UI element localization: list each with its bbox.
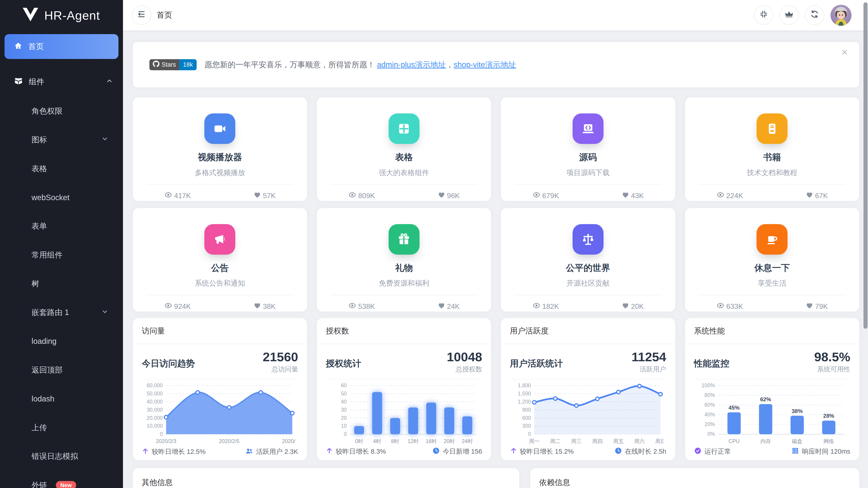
sidebar-subitem-11[interactable]: lodash — [4, 385, 119, 413]
sidebar-subitem-7[interactable]: 树 — [4, 269, 119, 298]
heart-icon — [253, 191, 261, 200]
views-count: 417K — [174, 192, 191, 200]
close-icon[interactable]: ✕ — [841, 48, 848, 57]
likes-stat: 20K — [622, 301, 644, 312]
status-stat: 运行正常 — [694, 447, 731, 456]
sidebar-subitem-8[interactable]: 嵌套路由 1 — [4, 298, 119, 327]
feature-card-6[interactable]: 礼物 免费资源和福利 538K 24K — [317, 208, 491, 312]
svg-text:周五: 周五 — [613, 438, 624, 444]
heart-icon — [438, 302, 445, 311]
sidebar-subitem-label: 表格 — [32, 164, 47, 174]
megaphone-icon — [204, 224, 235, 255]
svg-text:1,500: 1,500 — [518, 391, 531, 396]
views-count: 924K — [174, 302, 191, 311]
divider — [699, 295, 845, 295]
feature-card-8[interactable]: 休息一下 享受生活 633K 79K — [685, 208, 859, 312]
sidebar-subitem-10[interactable]: 返回顶部 — [4, 356, 119, 384]
svg-text:2020/2/7: 2020/2/7 — [282, 438, 296, 444]
svg-text:4时: 4时 — [373, 438, 381, 444]
svg-text:内存: 内存 — [761, 438, 771, 444]
sidebar-subitem-14[interactable]: 外链 New — [4, 471, 119, 488]
card-header: 用户活跃度 — [501, 318, 675, 344]
divider — [515, 184, 661, 185]
book-icon — [756, 113, 787, 144]
card-header: 访问量 — [133, 318, 307, 344]
sidebar-subitem-9[interactable]: loading — [4, 327, 119, 356]
feature-title: 公平的世界 — [566, 262, 610, 274]
sidebar-subitem-3[interactable]: 表格 — [4, 154, 119, 183]
svg-text:50,000: 50,000 — [147, 391, 163, 396]
svg-text:45%: 45% — [728, 404, 740, 411]
new-badge: New — [56, 481, 76, 488]
code-icon — [572, 113, 603, 144]
eye-icon — [164, 301, 173, 312]
sidebar-subitem-13[interactable]: 错误日志模拟 — [4, 442, 119, 471]
likes-stat: 79K — [806, 301, 828, 312]
visits-value-label: 总访问量 — [263, 365, 298, 374]
views-count: 224K — [726, 192, 743, 200]
heart-icon — [622, 302, 629, 311]
svg-text:80%: 80% — [704, 392, 715, 398]
sidebar-item-home[interactable]: 首页 — [4, 34, 119, 59]
user-avatar[interactable] — [831, 5, 851, 26]
app-logo: HR-Agent — [0, 0, 123, 29]
sidebar-subitem-label: 错误日志模拟 — [32, 451, 78, 462]
svg-text:300: 300 — [522, 423, 531, 429]
breadcrumb: 首页 — [157, 10, 172, 20]
views-stat: 417K — [164, 191, 191, 201]
sidebar-subitem-12[interactable]: 上传 — [4, 413, 119, 442]
crown-icon — [784, 9, 794, 21]
sidebar-subitem-label: 外链 — [32, 480, 47, 488]
exit-fullscreen-button[interactable] — [754, 5, 774, 25]
views-stat: 679K — [532, 191, 559, 201]
shop-vite-demo-link[interactable]: shop-vite演示地址 — [454, 60, 516, 69]
visits-value: 21560 — [263, 350, 298, 364]
refresh-button[interactable] — [805, 5, 825, 25]
coffee-icon — [756, 224, 787, 255]
arrow-up-icon — [142, 448, 149, 456]
github-stars-badge[interactable]: Stars 18k — [149, 59, 197, 70]
scales-icon — [572, 224, 603, 255]
svg-text:磁盘: 磁盘 — [792, 438, 802, 444]
svg-text:周六: 周六 — [634, 438, 645, 444]
sidebar-subitem-5[interactable]: 表单 — [4, 212, 119, 240]
heart-icon — [253, 302, 261, 311]
sidebar-subitem-6[interactable]: 常用组件 — [4, 240, 119, 269]
feature-card-2[interactable]: 表格 强大的表格组件 809K 96K — [317, 97, 491, 201]
sidebar-group-components[interactable]: 组件 — [4, 67, 119, 97]
feature-card-5[interactable]: 公告 系统公告和通知 924K 38K — [133, 208, 307, 312]
feature-card-7[interactable]: 公平的世界 开源社区贡献 182K 20K — [501, 208, 675, 312]
likes-count: 38K — [263, 302, 276, 311]
svg-text:30: 30 — [341, 407, 347, 413]
likes-count: 96K — [447, 192, 460, 200]
growth-stat: 较昨日增长 12.5% — [142, 447, 206, 456]
performance-card: 系统性能 性能监控 98.5% 系统可用性 0%20%40%60%80%100%… — [685, 318, 859, 460]
likes-stat: 57K — [253, 191, 276, 201]
feature-card-3[interactable]: 源码 项目源码下载 679K 43K — [501, 97, 675, 201]
sidebar-subitem-label: 表单 — [32, 221, 47, 231]
check-circle-icon — [694, 447, 702, 456]
sidebar-fold-button[interactable] — [132, 5, 151, 25]
sidebar-subitem-2[interactable]: 图标 — [4, 126, 119, 154]
theme-crown-button[interactable] — [779, 5, 799, 25]
sidebar-subitem-label: lodash — [32, 394, 55, 403]
page-content: Stars 18k 愿您新的一年平安喜乐，万事顺意，所得皆所愿！ admin-p… — [123, 31, 868, 488]
feature-card-4[interactable]: 书籍 技术文档和教程 224K 67K — [685, 97, 859, 201]
topbar-actions — [754, 5, 859, 26]
feature-title: 礼物 — [395, 262, 413, 274]
chevron-down-icon — [101, 135, 108, 144]
visits-card: 访问量 今日访问趋势 21560 总访问量 010,00020,00030,00… — [133, 318, 307, 460]
scrollbar-thumb[interactable] — [864, 2, 867, 329]
admin-plus-demo-link[interactable]: admin-plus演示地址 — [377, 60, 446, 69]
sidebar-subitem-label: 常用组件 — [32, 250, 63, 260]
feature-card-1[interactable]: 视频播放器 多格式视频播放 417K 57K — [133, 97, 307, 201]
sidebar-subitem-label: 树 — [32, 279, 39, 289]
views-stat: 633K — [716, 301, 743, 312]
users-icon — [245, 447, 253, 457]
activity-value: 11254 — [631, 350, 666, 364]
sidebar-subitem-1[interactable]: 角色权限 — [4, 97, 119, 125]
active-users-stat: 活跃用户 2.3K — [245, 447, 298, 457]
svg-text:600: 600 — [522, 415, 531, 421]
sidebar-subitem-4[interactable]: webSocket — [4, 183, 119, 212]
clock-icon — [432, 447, 440, 456]
